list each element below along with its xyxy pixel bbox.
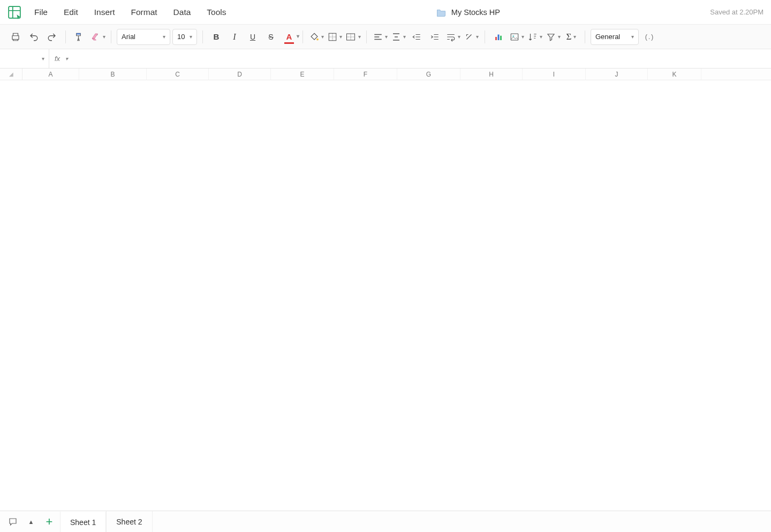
sort-button[interactable]: ▾ [527, 29, 543, 45]
insert-chart-button[interactable] [490, 29, 507, 45]
svg-rect-5 [495, 37, 497, 40]
fx-label[interactable]: fx▾ [49, 55, 73, 63]
name-box[interactable]: ▾ [0, 49, 49, 68]
menu-data[interactable]: Data [173, 7, 191, 17]
text-rotation-button[interactable]: ▾ [463, 29, 479, 45]
decimals-button[interactable]: ( . ) [641, 29, 657, 45]
underline-button[interactable]: U [245, 29, 261, 45]
col-header[interactable]: J [586, 69, 648, 80]
wrap-text-button[interactable]: ▾ [445, 29, 461, 45]
col-header[interactable]: F [334, 69, 397, 80]
clear-format-icon[interactable]: ▾ [89, 29, 105, 45]
text-color-button[interactable]: A▾ [281, 29, 297, 45]
font-name: Arial [122, 33, 135, 41]
borders-button[interactable]: ▾ [327, 29, 343, 45]
svg-point-2 [316, 38, 319, 40]
autosum-button[interactable]: Σ▾ [563, 29, 579, 45]
doc-title[interactable]: My Stocks HP [226, 8, 710, 17]
chevron-down-icon: ▾ [190, 34, 192, 40]
app-icon [7, 5, 21, 19]
col-header[interactable]: B [79, 69, 147, 80]
outdent-button[interactable] [409, 29, 425, 45]
menu-edit[interactable]: Edit [64, 7, 78, 17]
toolbar: ▾ Arial▾ 10▾ B I U S A▾ ▾ ▾ ▾ ▾ ▾ ▾ ▾ ▾ … [0, 25, 771, 49]
menu: FileEditInsertFormatDataTools [34, 7, 226, 17]
font-size-select[interactable]: 10▾ [172, 29, 197, 45]
col-header[interactable]: K [648, 69, 701, 80]
chevron-down-icon: ▾ [163, 34, 165, 40]
menu-file[interactable]: File [34, 7, 48, 17]
insert-image-button[interactable]: ▾ [509, 29, 525, 45]
font-size: 10 [177, 33, 185, 41]
bold-button[interactable]: B [208, 29, 224, 45]
saved-status: Saved at 2.20PM [710, 8, 764, 16]
col-header[interactable]: E [271, 69, 334, 80]
redo-icon[interactable] [44, 29, 60, 45]
filter-button[interactable]: ▾ [545, 29, 561, 45]
svg-rect-6 [498, 34, 500, 40]
menu-insert[interactable]: Insert [94, 7, 115, 17]
menu-format[interactable]: Format [131, 7, 157, 17]
number-format: General [595, 33, 620, 41]
h-align-button[interactable]: ▾ [372, 29, 388, 45]
menu-bar: FileEditInsertFormatDataTools My Stocks … [0, 0, 771, 25]
fill-color-button[interactable]: ▾ [308, 29, 324, 45]
svg-rect-1 [77, 33, 81, 34]
folder-icon [436, 8, 446, 17]
col-header[interactable]: H [460, 69, 523, 80]
chevron-down-icon: ▾ [42, 56, 44, 62]
font-select[interactable]: Arial▾ [117, 29, 170, 45]
col-header[interactable]: C [147, 69, 209, 80]
svg-rect-7 [500, 35, 502, 40]
format-painter-icon[interactable] [71, 29, 87, 45]
col-header[interactable]: I [523, 69, 586, 80]
v-align-button[interactable]: ▾ [390, 29, 406, 45]
column-headers: ◢ ABCDEFGHIJK [0, 69, 771, 80]
col-header[interactable]: G [397, 69, 460, 80]
merge-cells-button[interactable]: ▾ [345, 29, 361, 45]
spreadsheet-grid: ◢ ABCDEFGHIJK 12345678910111213141516171… [0, 69, 771, 80]
undo-icon[interactable] [26, 29, 42, 45]
col-header[interactable]: D [209, 69, 271, 80]
doc-title-text: My Stocks HP [451, 8, 500, 17]
print-icon[interactable] [7, 29, 24, 45]
select-all-corner[interactable]: ◢ [0, 69, 22, 80]
number-format-select[interactable]: General▾ [591, 29, 639, 45]
chevron-down-icon: ▾ [631, 34, 634, 40]
col-header[interactable]: A [22, 69, 79, 80]
indent-button[interactable] [427, 29, 443, 45]
italic-button[interactable]: I [226, 29, 243, 45]
strikethrough-button[interactable]: S [263, 29, 279, 45]
chevron-down-icon: ▾ [65, 56, 68, 62]
formula-bar: ▾ fx▾ [0, 49, 771, 69]
svg-rect-8 [511, 34, 518, 40]
menu-tools[interactable]: Tools [207, 7, 226, 17]
